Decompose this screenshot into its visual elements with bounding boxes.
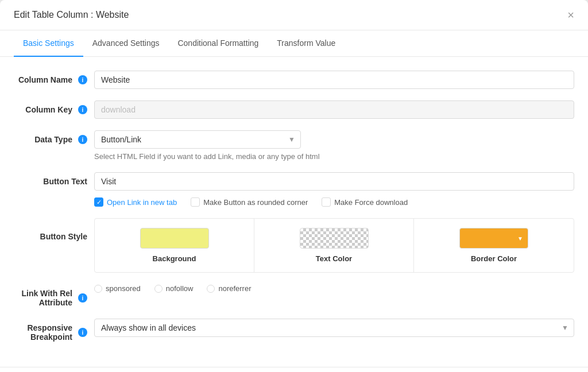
button-text-input[interactable] bbox=[94, 172, 574, 191]
data-type-label: Data Type bbox=[34, 135, 72, 144]
button-style-cells: Background Text Color ▼ bbox=[95, 219, 574, 272]
button-style-control: Background Text Color ▼ bbox=[94, 218, 574, 273]
background-color-swatch[interactable] bbox=[140, 228, 209, 249]
button-text-label: Button Text bbox=[43, 177, 87, 186]
button-text-control: Open Link in new tab Make Button as roun… bbox=[94, 172, 574, 207]
column-name-input[interactable] bbox=[94, 71, 574, 89]
modal-footer: Delete Update bbox=[0, 367, 588, 372]
force-download-checkbox-item[interactable]: Make Force download bbox=[322, 197, 408, 207]
column-key-input[interactable] bbox=[94, 100, 574, 119]
force-download-label: Make Force download bbox=[334, 198, 408, 207]
force-download-checkbox[interactable] bbox=[322, 197, 331, 207]
noreferrer-radio[interactable] bbox=[207, 285, 215, 293]
nofollow-label: nofollow bbox=[166, 284, 194, 293]
sponsored-radio[interactable] bbox=[94, 285, 102, 293]
text-color-swatch[interactable] bbox=[300, 228, 369, 249]
column-name-info-icon[interactable]: i bbox=[78, 75, 87, 84]
modal: Edit Table Column : Website × Basic Sett… bbox=[0, 0, 588, 372]
button-style-grid: Background Text Color ▼ bbox=[94, 218, 574, 273]
close-button[interactable]: × bbox=[567, 9, 574, 21]
responsive-control: Always show in all devices Mobile only D… bbox=[94, 319, 574, 337]
button-style-row: Button Style Background bbox=[14, 218, 574, 273]
link-rel-label: Link With Rel Attribute bbox=[14, 289, 72, 307]
noreferrer-radio-item[interactable]: noreferrer bbox=[207, 284, 251, 293]
border-color-style-cell: ▼ Border Color bbox=[414, 219, 574, 272]
modal-title: Edit Table Column : Website bbox=[14, 10, 129, 20]
link-rel-radio-group: sponsored nofollow noreferrer bbox=[94, 284, 574, 293]
tab-basic-settings[interactable]: Basic Settings bbox=[14, 30, 83, 57]
tab-transform-value[interactable]: Transform Value bbox=[268, 30, 345, 57]
button-text-row: Button Text Open Link in new tab Make Bu… bbox=[14, 172, 574, 207]
column-key-row: Column Key i bbox=[14, 100, 574, 119]
tab-conditional-formatting[interactable]: Conditional Formatting bbox=[168, 30, 268, 57]
button-style-label: Button Style bbox=[40, 232, 87, 241]
text-color-style-cell: Text Color bbox=[254, 219, 414, 272]
tab-advanced-settings[interactable]: Advanced Settings bbox=[83, 30, 169, 57]
responsive-info-icon[interactable]: i bbox=[78, 328, 87, 337]
data-type-hint: Select HTML Field if you want to add Lin… bbox=[94, 152, 574, 161]
open-link-checkbox[interactable] bbox=[94, 197, 103, 207]
background-style-cell: Background bbox=[95, 219, 254, 272]
link-rel-row: Link With Rel Attribute i sponsored nofo… bbox=[14, 284, 574, 307]
data-type-row: Data Type i Button/Link Text Number Date… bbox=[14, 130, 574, 161]
nofollow-radio[interactable] bbox=[154, 285, 163, 293]
responsive-row: Responsive Breakpoint i Always show in a… bbox=[14, 319, 574, 342]
checkboxes-group: Open Link in new tab Make Button as roun… bbox=[94, 197, 574, 207]
column-name-row: Column Name i bbox=[14, 71, 574, 89]
link-rel-control: sponsored nofollow noreferrer bbox=[94, 284, 574, 293]
rounded-corner-label: Make Button as rounded corner bbox=[203, 198, 308, 207]
column-key-label: Column Key bbox=[25, 105, 72, 114]
background-style-label: Background bbox=[153, 254, 196, 263]
modal-content: Column Name i Column Key i Data Type i bbox=[0, 57, 588, 367]
responsive-select-wrapper: Always show in all devices Mobile only D… bbox=[94, 319, 574, 337]
text-color-style-label: Text Color bbox=[316, 254, 352, 263]
open-link-label: Open Link in new tab bbox=[107, 198, 177, 207]
data-type-select-wrapper: Button/Link Text Number Date HTML ▼ bbox=[94, 130, 301, 149]
column-key-control bbox=[94, 100, 574, 119]
column-name-label: Column Name bbox=[18, 75, 72, 84]
modal-header: Edit Table Column : Website × bbox=[0, 0, 588, 30]
responsive-select[interactable]: Always show in all devices Mobile only D… bbox=[94, 319, 574, 337]
data-type-select[interactable]: Button/Link Text Number Date HTML bbox=[94, 130, 301, 149]
noreferrer-label: noreferrer bbox=[218, 284, 251, 293]
sponsored-radio-item[interactable]: sponsored bbox=[94, 284, 141, 293]
column-name-control bbox=[94, 71, 574, 89]
border-color-chevron-icon: ▼ bbox=[517, 235, 523, 242]
link-rel-info-icon[interactable]: i bbox=[78, 293, 87, 303]
responsive-label: Responsive Breakpoint bbox=[14, 323, 72, 342]
nofollow-radio-item[interactable]: nofollow bbox=[154, 284, 194, 293]
open-link-checkbox-item[interactable]: Open Link in new tab bbox=[94, 197, 177, 207]
rounded-corner-checkbox[interactable] bbox=[191, 197, 200, 207]
border-color-style-label: Border Color bbox=[471, 254, 517, 263]
border-color-swatch[interactable]: ▼ bbox=[459, 228, 528, 249]
data-type-info-icon[interactable]: i bbox=[78, 135, 87, 144]
column-key-info-icon[interactable]: i bbox=[78, 105, 87, 114]
data-type-control: Button/Link Text Number Date HTML ▼ Sele… bbox=[94, 130, 574, 161]
sponsored-label: sponsored bbox=[106, 284, 141, 293]
tabs-bar: Basic Settings Advanced Settings Conditi… bbox=[0, 30, 588, 57]
rounded-corner-checkbox-item[interactable]: Make Button as rounded corner bbox=[191, 197, 308, 207]
